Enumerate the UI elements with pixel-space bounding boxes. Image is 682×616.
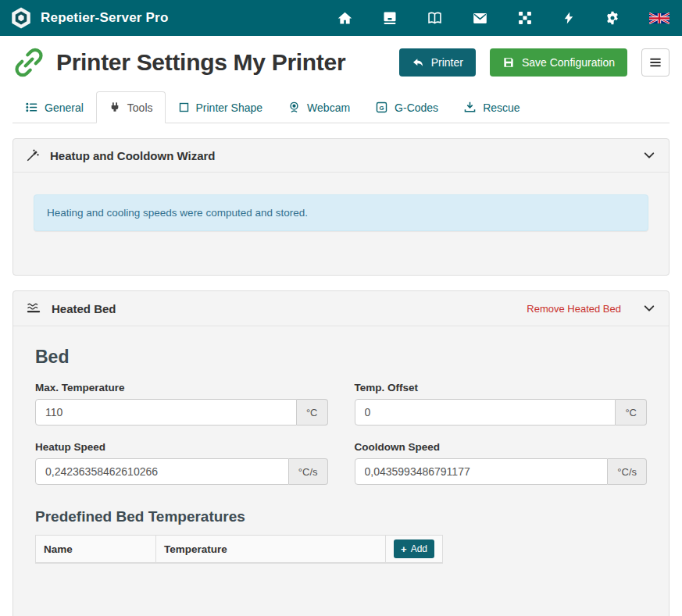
heatup-speed-input[interactable] xyxy=(35,458,289,485)
cooldown-speed-input[interactable] xyxy=(355,458,609,485)
tab-rescue-label: Rescue xyxy=(483,101,520,114)
top-navbar: Repetier-Server Pro xyxy=(0,0,682,36)
tab-webcam-label: Webcam xyxy=(307,101,350,114)
heatup-speed-label: Heatup Speed xyxy=(35,441,328,453)
heated-bed-panel-header[interactable]: Heated Bed Remove Heated Bed xyxy=(13,291,669,326)
unit-addon-celsius-per-second: °C/s xyxy=(289,458,328,485)
tab-tools-label: Tools xyxy=(127,101,153,114)
heatup-wizard-panel: Heatup and Cooldown Wizard Heating and c… xyxy=(12,138,670,276)
max-temperature-input[interactable] xyxy=(35,399,297,426)
tab-printer-shape-label: Printer Shape xyxy=(196,101,263,114)
cooldown-speed-group: Cooldown Speed °C/s xyxy=(355,441,648,485)
svg-text:G: G xyxy=(380,105,384,112)
heated-bed-panel: Heated Bed Remove Heated Bed Bed Max. Te… xyxy=(12,290,670,616)
magic-wand-icon xyxy=(26,148,40,162)
menu-button[interactable] xyxy=(641,48,670,77)
page-header: Printer Settings My Printer Printer Save… xyxy=(0,36,682,85)
wizard-panel-body: Heating and cooling speeds were computed… xyxy=(13,173,669,275)
remove-heated-bed-link[interactable]: Remove Heated Bed xyxy=(527,303,621,315)
predefined-temps-heading: Predefined Bed Temperatures xyxy=(35,508,647,525)
bolt-icon[interactable] xyxy=(562,10,576,26)
tab-gcodes-label: G-Codes xyxy=(395,101,438,114)
cooldown-speed-label: Cooldown Speed xyxy=(355,441,648,453)
temp-offset-group: Temp. Offset °C xyxy=(355,382,648,426)
brand-link[interactable]: Repetier-Server Pro xyxy=(9,6,168,30)
column-header-add: + Add xyxy=(386,536,443,564)
column-header-temperature: Temperature xyxy=(156,536,386,564)
tools-icon xyxy=(109,101,121,114)
chevron-down-icon xyxy=(642,301,656,315)
unit-addon-celsius: °C xyxy=(616,399,647,426)
bed-form: Max. Temperature °C Temp. Offset °C Heat… xyxy=(35,382,647,485)
navbar-icon-group xyxy=(337,10,670,27)
tab-general-label: General xyxy=(45,101,84,114)
tab-webcam[interactable]: Webcam xyxy=(275,91,362,123)
save-icon xyxy=(502,56,515,69)
save-button-label: Save Configuration xyxy=(522,56,615,69)
temp-offset-label: Temp. Offset xyxy=(355,382,648,393)
square-outline-icon xyxy=(178,101,190,113)
heatup-wizard-panel-header[interactable]: Heatup and Cooldown Wizard xyxy=(13,139,669,173)
tab-general[interactable]: General xyxy=(12,91,96,123)
tab-gcodes[interactable]: G G-Codes xyxy=(362,91,451,123)
back-arrow-icon xyxy=(412,56,424,69)
heated-bed-panel-title: Heated Bed xyxy=(52,302,116,315)
column-header-name: Name xyxy=(36,536,156,564)
tab-rescue[interactable]: Rescue xyxy=(451,91,532,123)
header-buttons: Printer Save Configuration xyxy=(399,48,670,77)
mail-icon[interactable] xyxy=(472,10,488,27)
info-alert: Heating and cooling speeds were computed… xyxy=(34,194,648,231)
repetier-logo-icon xyxy=(9,6,33,30)
hamburger-icon xyxy=(648,55,662,69)
language-flag-icon[interactable] xyxy=(649,12,670,24)
printer-button-label: Printer xyxy=(431,56,463,69)
link-chain-icon xyxy=(12,46,45,79)
temp-offset-input[interactable] xyxy=(355,399,616,426)
plus-icon: + xyxy=(401,544,407,554)
max-temperature-label: Max. Temperature xyxy=(35,382,328,393)
bed-section-heading: Bed xyxy=(35,347,647,368)
rescue-icon xyxy=(463,101,477,114)
table-header-row: Name Temperature + Add xyxy=(36,536,443,564)
unit-addon-celsius-per-second: °C/s xyxy=(608,458,647,485)
heated-bed-icon xyxy=(26,301,41,316)
wizard-panel-title: Heatup and Cooldown Wizard xyxy=(50,149,216,162)
book-icon[interactable] xyxy=(427,10,443,27)
list-icon xyxy=(25,101,38,114)
chevron-down-icon xyxy=(642,148,656,162)
unit-addon-celsius: °C xyxy=(297,399,328,426)
tab-printer-shape[interactable]: Printer Shape xyxy=(166,91,276,123)
tab-bar: General Tools Printer Shape Webcam G G-C… xyxy=(12,91,670,123)
home-icon[interactable] xyxy=(337,10,353,27)
printer-icon[interactable] xyxy=(382,10,398,26)
gear-icon[interactable] xyxy=(605,10,620,26)
max-temperature-group: Max. Temperature °C xyxy=(35,382,328,426)
heatup-speed-group: Heatup Speed °C/s xyxy=(35,441,328,485)
brand-title: Repetier-Server Pro xyxy=(41,10,168,26)
heated-bed-panel-body: Bed Max. Temperature °C Temp. Offset °C … xyxy=(13,326,669,616)
apps-grid-icon[interactable] xyxy=(517,10,533,26)
gcode-icon: G xyxy=(375,101,388,114)
tab-tools[interactable]: Tools xyxy=(96,91,166,123)
save-configuration-button[interactable]: Save Configuration xyxy=(490,48,627,77)
add-temperature-button[interactable]: + Add xyxy=(394,539,434,558)
predefined-temps-table: Name Temperature + Add xyxy=(35,535,443,564)
webcam-icon xyxy=(287,101,301,114)
printer-button[interactable]: Printer xyxy=(399,48,476,77)
add-button-label: Add xyxy=(411,543,427,554)
page-title: Printer Settings My Printer xyxy=(56,49,345,76)
